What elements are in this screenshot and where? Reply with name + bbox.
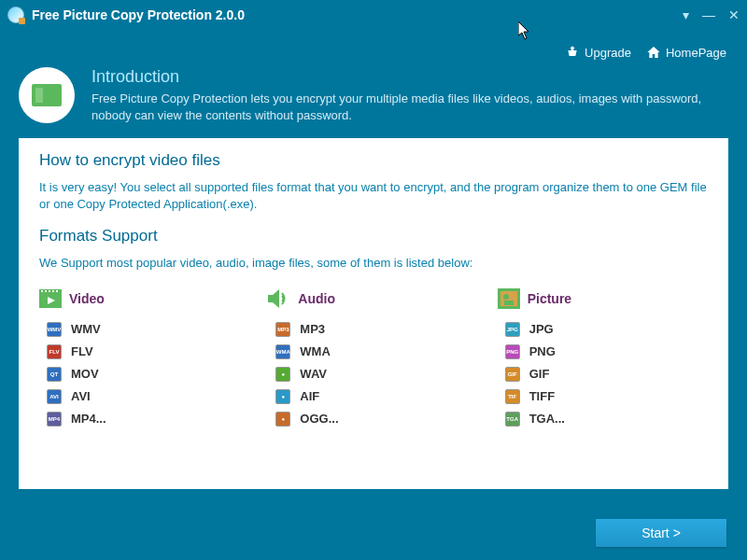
svg-rect-12 <box>504 301 514 305</box>
format-item: MP3MP3 <box>275 322 478 337</box>
format-label: JPG <box>529 322 554 336</box>
homepage-label: HomePage <box>666 46 726 60</box>
upgrade-label: Upgrade <box>585 46 631 60</box>
filetype-icon: ● <box>275 389 290 404</box>
filetype-icon: GIF <box>505 367 520 382</box>
filetype-icon: WMA <box>275 344 290 359</box>
format-item: AVIAVI <box>47 389 249 404</box>
format-label: GIF <box>529 367 550 381</box>
howto-desc: It is very easy! You select all supporte… <box>39 179 708 212</box>
format-label: MP4... <box>71 412 106 426</box>
format-item: PNGPNG <box>505 344 708 359</box>
intro-section: Introduction Free Picture Copy Protectio… <box>0 67 747 138</box>
format-label: OGG... <box>300 412 338 426</box>
format-label: MP3 <box>300 322 325 336</box>
audio-category-label: Audio <box>298 291 335 306</box>
format-item: FLVFLV <box>47 344 249 359</box>
format-item: JPGJPG <box>505 322 708 337</box>
start-button-label: Start > <box>641 525 681 540</box>
format-label: MOV <box>71 367 99 381</box>
format-label: FLV <box>71 344 93 358</box>
format-label: WMA <box>300 344 331 358</box>
app-title: Free Picture Copy Protection 2.0.0 <box>32 7 245 22</box>
window-options-icon[interactable]: ▾ <box>683 8 689 21</box>
format-item: ●AIF <box>275 389 478 404</box>
intro-icon <box>19 67 75 123</box>
format-item: GIFGIF <box>505 367 708 382</box>
svg-point-11 <box>503 294 509 300</box>
filetype-icon: ● <box>275 412 290 427</box>
homepage-button[interactable]: HomePage <box>646 45 726 60</box>
format-label: WMV <box>71 322 101 336</box>
app-logo-icon <box>7 7 24 23</box>
video-column: Video WMVWMVFLVFLVQTMOVAVIAVIMP4MP4... <box>39 288 249 434</box>
svg-marker-8 <box>268 289 279 308</box>
filetype-icon: TIF <box>505 389 520 404</box>
film-icon <box>39 288 62 309</box>
format-label: WAV <box>300 367 327 381</box>
toolbar-top: Upgrade HomePage <box>0 30 747 67</box>
titlebar: Free Picture Copy Protection 2.0.0 ▾ — ✕ <box>0 0 747 30</box>
intro-body: Free Picture Copy Protection lets you en… <box>92 91 719 123</box>
format-item: WMAWMA <box>275 344 478 359</box>
formats-heading: Formats Support <box>39 227 708 245</box>
speaker-icon <box>268 288 290 309</box>
intro-heading: Introduction <box>92 67 719 87</box>
filetype-icon: MP4 <box>47 412 62 427</box>
start-button[interactable]: Start > <box>596 519 726 547</box>
format-item: ●OGG... <box>275 412 478 427</box>
filetype-icon: JPG <box>505 322 520 337</box>
format-label: TGA... <box>529 412 565 426</box>
picture-column: Picture JPGJPGPNGPNGGIFGIFTIFTIFFTGATGA.… <box>498 288 708 434</box>
format-item: WMVWMV <box>47 322 249 337</box>
close-icon[interactable]: ✕ <box>728 8 740 21</box>
svg-rect-4 <box>49 290 50 292</box>
filetype-icon: PNG <box>505 344 520 359</box>
filetype-icon: QT <box>47 367 62 382</box>
picture-icon <box>498 288 520 309</box>
svg-rect-6 <box>56 290 58 292</box>
formats-desc: We Support most popular video, audio, im… <box>39 255 708 272</box>
format-label: PNG <box>529 344 556 358</box>
svg-rect-5 <box>52 290 54 292</box>
filetype-icon: TGA <box>505 412 520 427</box>
format-item: QTMOV <box>47 367 249 382</box>
filetype-icon: MP3 <box>275 322 290 337</box>
main-panel: How to encrypt video files It is very ea… <box>19 138 728 489</box>
basket-icon <box>565 45 580 60</box>
format-label: AVI <box>71 389 91 403</box>
svg-rect-3 <box>45 290 47 292</box>
minimize-icon[interactable]: — <box>702 8 715 21</box>
home-icon <box>646 45 661 60</box>
filetype-icon: FLV <box>47 344 62 359</box>
format-item: ●WAV <box>275 367 478 382</box>
format-item: TIFTIFF <box>505 389 708 404</box>
filetype-icon: WMV <box>47 322 62 337</box>
svg-rect-2 <box>41 290 43 292</box>
howto-heading: How to encrypt video files <box>39 151 708 170</box>
filetype-icon: AVI <box>47 389 62 404</box>
filetype-icon: ● <box>275 367 290 382</box>
format-label: TIFF <box>529 389 555 403</box>
video-category-label: Video <box>69 291 105 306</box>
format-item: MP4MP4... <box>47 412 249 427</box>
upgrade-button[interactable]: Upgrade <box>565 45 631 60</box>
picture-category-label: Picture <box>528 291 571 306</box>
format-label: AIF <box>300 389 319 403</box>
format-item: TGATGA... <box>505 412 708 427</box>
audio-column: Audio MP3MP3WMAWMA●WAV●AIF●OGG... <box>268 288 478 434</box>
